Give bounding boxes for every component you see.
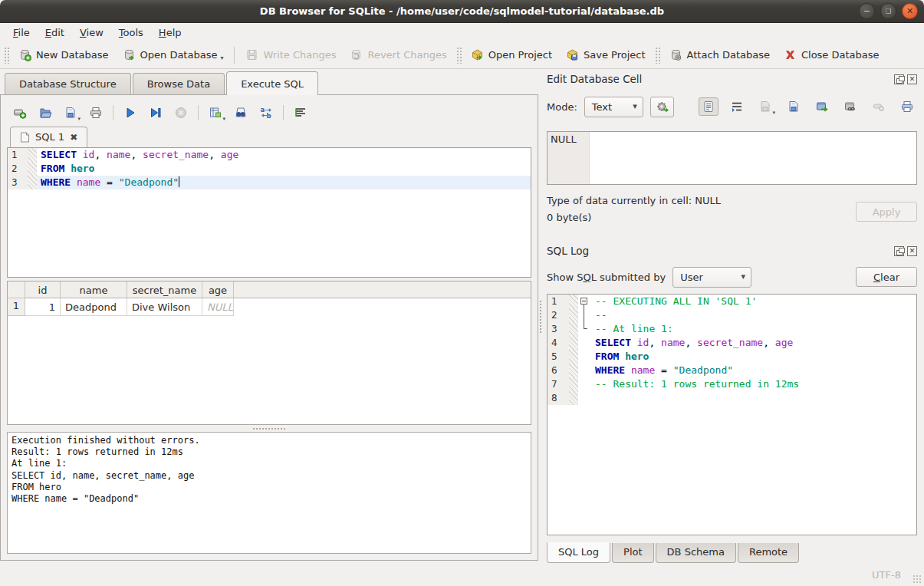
horizontal-splitter[interactable] (7, 425, 531, 432)
sql-log-view[interactable]: 1-- EXECUTING ALL IN 'SQL 1'2--3-- At li… (547, 294, 917, 535)
resize-grip[interactable] (912, 574, 922, 584)
open-tab-button[interactable] (10, 104, 30, 122)
print-sql-button[interactable] (86, 104, 106, 122)
menu-view[interactable]: View (73, 25, 110, 40)
minimize-button[interactable]: − (859, 3, 875, 19)
external-app-button[interactable] (812, 97, 832, 116)
table-cell[interactable]: NULL (202, 298, 234, 316)
close-button[interactable]: ✕ (902, 3, 918, 19)
open-database-dropdown[interactable]: ▾ (220, 54, 223, 61)
table-cell[interactable]: 1 (25, 298, 61, 316)
code-line[interactable]: 1-- EXECUTING ALL IN 'SQL 1' (547, 295, 916, 308)
execute-line-button[interactable] (146, 104, 166, 122)
open-sql-file-button[interactable] (35, 104, 55, 122)
revert-changes-button[interactable]: Revert Changes (343, 45, 453, 64)
text-mode-button[interactable] (699, 97, 718, 116)
dock-close-icon[interactable]: ✕ (907, 74, 917, 84)
column-header[interactable]: id (25, 281, 61, 298)
titlebar[interactable]: DB Browser for SQLite - /home/user/code/… (0, 0, 924, 23)
sql-log-filter-select[interactable]: User (672, 267, 751, 288)
main-toolbar: New Database Open Database ▾ Write Chang… (0, 41, 924, 69)
format-sql-button[interactable] (291, 104, 311, 122)
attach-database-button[interactable]: Attach Database (663, 45, 777, 64)
code-line[interactable]: 4SELECT id, name, secret_name, age (547, 336, 916, 350)
execute-all-button[interactable] (120, 104, 140, 122)
execution-message-box[interactable]: Execution finished without errors. Resul… (7, 432, 531, 554)
word-wrap-button[interactable] (727, 97, 747, 116)
tab-execute-sql[interactable]: Execute SQL (226, 71, 318, 95)
code-line[interactable]: 1SELECT id, name, secret_name, age (8, 148, 531, 162)
code-line[interactable]: 2-- (547, 308, 916, 322)
tab-database-structure[interactable]: Database Structure (5, 73, 131, 95)
export-results-dropdown[interactable]: ▾ (222, 116, 225, 122)
gear-icon (656, 100, 669, 114)
set-null-button[interactable] (869, 97, 889, 116)
export-results-button[interactable]: ▾ (206, 104, 225, 122)
save-sql-file-button[interactable]: ▾ (61, 104, 81, 122)
cell-icon-group: ▾ (699, 97, 917, 116)
sql-file-tab[interactable]: SQL 1 ✖ (10, 127, 87, 147)
fold-margin (569, 391, 578, 405)
mode-select[interactable]: Text (584, 97, 643, 117)
maximize-button[interactable]: ❑ (880, 3, 896, 19)
clear-log-button[interactable]: Clear (856, 267, 917, 287)
copy-link-button[interactable] (840, 97, 860, 116)
tab-browse-data[interactable]: Browse Data (133, 73, 225, 95)
code-line[interactable]: 5FROM hero (547, 350, 916, 364)
code-text: WHERE name = "Deadpond" (37, 176, 531, 189)
tab-sql-log[interactable]: SQL Log (547, 542, 610, 563)
column-header[interactable]: secret_name (127, 281, 202, 298)
toolbar-drag-handle[interactable] (456, 47, 462, 64)
cell-info: Type of data currently in cell: NULL 0 b… (547, 195, 917, 229)
auto-mode-button[interactable] (650, 97, 674, 117)
fold-marker[interactable] (578, 295, 591, 308)
row-number[interactable]: 1 (8, 298, 25, 316)
tab-remote[interactable]: Remote (738, 543, 799, 563)
stop-execution-button[interactable] (171, 104, 191, 122)
open-project-button[interactable]: Open Project (464, 45, 559, 64)
toolbar-drag-handle[interactable] (4, 47, 9, 64)
code-line[interactable]: 3-- At line 1: (547, 322, 916, 336)
table-cell[interactable]: Dive Wilson (127, 298, 202, 316)
export-file-button[interactable] (784, 97, 804, 116)
dock-close-icon[interactable]: ✕ (907, 246, 917, 256)
menu-file[interactable]: File (6, 25, 37, 40)
toolbar-drag-handle[interactable] (655, 47, 660, 64)
write-changes-button[interactable]: Write Changes (238, 45, 343, 64)
code-line[interactable]: 7-- Result: 1 rows returned in 12ms (547, 377, 916, 391)
tab-plot[interactable]: Plot (612, 543, 654, 563)
code-line[interactable]: 3WHERE name = "Deadpond" (8, 176, 531, 189)
menu-tools[interactable]: Tools (112, 25, 150, 40)
column-header[interactable]: name (61, 281, 127, 298)
code-line[interactable]: 2FROM hero (8, 162, 531, 176)
table-row[interactable]: 11DeadpondDive WilsonNULL (8, 298, 531, 316)
line-number: 3 (547, 322, 569, 336)
sql-tab-close-icon[interactable]: ✖ (70, 133, 77, 142)
save-sql-dropdown[interactable]: ▾ (77, 116, 81, 122)
dock-float-icon[interactable] (894, 74, 904, 84)
find-button[interactable] (231, 104, 251, 122)
find-replace-button[interactable]: ab (256, 104, 276, 122)
code-line[interactable]: 6WHERE name = "Deadpond" (547, 364, 916, 377)
menu-help[interactable]: Help (152, 25, 189, 40)
line-number: 6 (547, 364, 569, 377)
code-line[interactable]: 8 (547, 391, 916, 405)
column-header[interactable]: age (202, 281, 234, 298)
dock-float-icon[interactable] (894, 246, 904, 256)
apply-button[interactable]: Apply (856, 202, 917, 222)
table-cell[interactable]: Deadpond (61, 298, 127, 316)
import-file-button[interactable]: ▾ (755, 97, 775, 116)
save-project-button[interactable]: Save Project (559, 45, 653, 64)
cell-editor-area[interactable] (590, 132, 916, 184)
new-database-button[interactable]: New Database (12, 45, 116, 64)
tab-db-schema[interactable]: DB Schema (656, 543, 736, 563)
cell-editor[interactable]: NULL (547, 131, 917, 185)
cell-size-info: 0 byte(s) (547, 212, 856, 223)
open-database-button[interactable]: Open Database ▾ (116, 45, 231, 64)
menu-edit[interactable]: Edit (38, 25, 71, 40)
print-cell-button[interactable] (897, 97, 917, 116)
close-database-button[interactable]: Close Database (777, 45, 886, 64)
text-cursor (179, 176, 179, 187)
sql-editor[interactable]: 1SELECT id, name, secret_name, age2FROM … (7, 147, 531, 278)
results-grid[interactable]: idnamesecret_nameage11DeadpondDive Wilso… (7, 281, 531, 425)
